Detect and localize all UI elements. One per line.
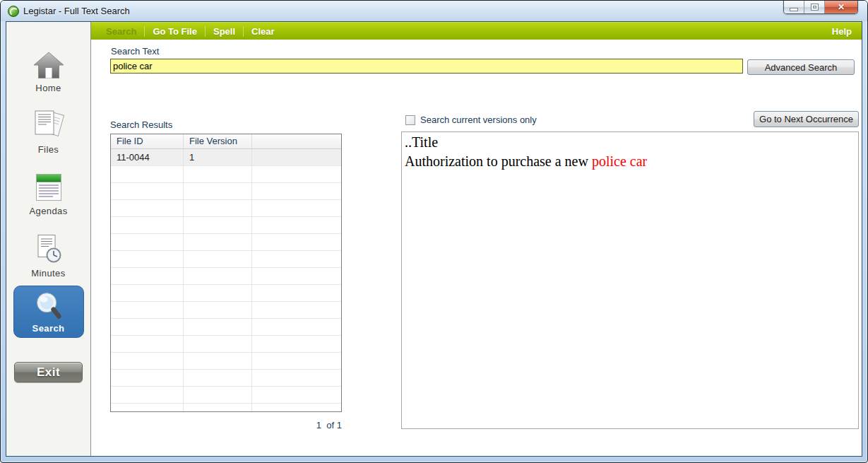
- table-cell: [111, 234, 184, 250]
- table-cell: [184, 200, 252, 216]
- table-cell: [184, 319, 252, 335]
- table-cell: [252, 149, 341, 165]
- search-icon: [32, 291, 65, 322]
- table-cell: [184, 336, 252, 352]
- close-button[interactable]: ✕: [825, 1, 857, 13]
- advanced-search-label: Advanced Search: [765, 62, 838, 73]
- table-row[interactable]: [111, 234, 341, 251]
- checkbox-icon[interactable]: [405, 115, 415, 125]
- table-cell: [252, 200, 341, 216]
- menu-separator: [205, 26, 206, 37]
- content-area: Search Go To File Spell Clear Help Searc…: [91, 22, 862, 456]
- table-header: File ID File Version: [111, 134, 341, 149]
- minimize-button[interactable]: [784, 1, 804, 13]
- table-cell: [184, 285, 252, 301]
- sidebar-item-files[interactable]: Files: [32, 109, 65, 155]
- sidebar-item-agendas[interactable]: Agendas: [29, 172, 67, 216]
- menu-item-help[interactable]: Help: [831, 26, 853, 37]
- menu-item-spell[interactable]: Spell: [206, 26, 243, 37]
- table-row[interactable]: [111, 183, 341, 200]
- table-cell: [252, 268, 341, 284]
- exit-button[interactable]: Exit: [14, 362, 83, 382]
- window-controls: ✕: [783, 1, 858, 14]
- table-row[interactable]: [111, 285, 341, 302]
- table-cell: 11-0044: [111, 149, 184, 165]
- table-cell: [184, 302, 252, 318]
- table-cell: [252, 217, 341, 233]
- table-row[interactable]: [111, 370, 341, 387]
- table-row[interactable]: [111, 319, 341, 336]
- table-row[interactable]: [111, 200, 341, 217]
- column-header-file-id[interactable]: File ID: [111, 134, 184, 148]
- sidebar-label-search: Search: [32, 323, 65, 334]
- document-line-body: Authorization to purchase a new police c…: [405, 152, 855, 171]
- window-body: Home Files: [6, 21, 862, 457]
- files-icon: [32, 109, 65, 141]
- table-cell: [252, 336, 341, 352]
- document-text: Authorization to purchase a new: [405, 153, 592, 169]
- table-cell: [252, 285, 341, 301]
- maximize-icon: [811, 4, 818, 10]
- table-cell: [111, 302, 184, 318]
- table-cell: [184, 404, 252, 412]
- column-header-blank[interactable]: [252, 134, 341, 148]
- table-cell: [111, 370, 184, 386]
- table-row[interactable]: [111, 166, 341, 183]
- sidebar-item-minutes[interactable]: Minutes: [31, 233, 65, 279]
- sidebar-label-home: Home: [35, 83, 61, 93]
- menu-item-clear[interactable]: Clear: [244, 26, 283, 37]
- minimize-icon: [790, 8, 797, 11]
- table-cell: [184, 353, 252, 369]
- advanced-search-button[interactable]: Advanced Search: [747, 59, 855, 75]
- sidebar-item-home[interactable]: Home: [33, 52, 64, 93]
- document-line-title: ..Title: [405, 133, 855, 152]
- go-to-next-occurrence-button[interactable]: Go to Next Occurrence: [754, 111, 859, 127]
- menu-bar: Search Go To File Spell Clear Help: [91, 22, 862, 40]
- search-hit-highlight: police car: [592, 153, 647, 169]
- table-cell: [111, 336, 184, 352]
- sidebar-label-files: Files: [38, 144, 59, 155]
- table-cell: [184, 183, 252, 199]
- table-row[interactable]: [111, 217, 341, 234]
- table-cell: [184, 370, 252, 386]
- table-row[interactable]: 11-00441: [111, 149, 341, 166]
- table-cell: [252, 387, 341, 403]
- menu-item-go-to-file[interactable]: Go To File: [145, 26, 205, 37]
- sidebar-item-search[interactable]: Search: [13, 286, 84, 338]
- search-text-input[interactable]: [110, 59, 743, 74]
- menu-separator: [243, 26, 244, 37]
- search-results-label: Search Results: [110, 119, 172, 130]
- sidebar: Home Files: [6, 22, 91, 456]
- menu-item-search[interactable]: Search: [98, 26, 144, 37]
- table-cell: [252, 234, 341, 250]
- table-cell: [252, 370, 341, 386]
- table-row[interactable]: [111, 268, 341, 285]
- next-occurrence-label: Go to Next Occurrence: [759, 114, 853, 124]
- table-row[interactable]: [111, 387, 341, 404]
- title-bar[interactable]: Legistar - Full Text Search: [1, 1, 867, 21]
- table-row[interactable]: [111, 353, 341, 370]
- table-cell: [111, 200, 184, 216]
- column-header-file-version[interactable]: File Version: [184, 134, 252, 148]
- table-row[interactable]: [111, 302, 341, 319]
- table-cell: [252, 353, 341, 369]
- table-cell: [184, 268, 252, 284]
- document-viewer: ..Title Authorization to purchase a new …: [401, 131, 859, 429]
- table-row[interactable]: [111, 336, 341, 353]
- table-cell: [111, 166, 184, 182]
- table-cell: [184, 251, 252, 267]
- table-row[interactable]: [111, 251, 341, 268]
- table-cell: [252, 319, 341, 335]
- main-panel: Search Text Advanced Search Search Resul…: [91, 40, 862, 456]
- app-window: Legistar - Full Text Search ✕ Home: [0, 0, 868, 463]
- table-cell: [111, 268, 184, 284]
- maximize-button[interactable]: [804, 1, 825, 13]
- table-cell: [184, 166, 252, 182]
- table-cell: [111, 217, 184, 233]
- close-icon: ✕: [838, 3, 845, 11]
- current-versions-checkbox-row[interactable]: Search current versions only: [405, 115, 537, 125]
- table-row[interactable]: [111, 404, 341, 412]
- agendas-icon: [34, 172, 64, 202]
- table-cell: [252, 166, 341, 182]
- checkbox-label: Search current versions only: [420, 115, 537, 125]
